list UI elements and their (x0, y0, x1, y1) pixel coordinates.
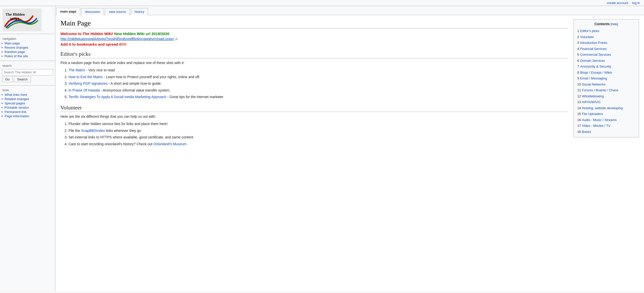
toc-hide-link[interactable]: [hide] (611, 22, 618, 26)
search-buttons: Go Search (2, 76, 53, 82)
volunteer-item-2-text2: links wherever they go (106, 129, 141, 133)
article-body: Main Page Welcome to The Hidden Wiki! Ne… (55, 19, 574, 152)
nav-list: Main page Recent changes Random page Rul… (0, 41, 55, 60)
toc-link-4[interactable]: 5Commercial Services (577, 53, 611, 56)
tab-view-source[interactable]: view source (105, 8, 130, 15)
exit-matrix-link[interactable]: How to Exit the Matrix (68, 75, 103, 79)
toc-link-1[interactable]: 2Volunteer (577, 35, 594, 39)
svg-text:The Hidden: The Hidden (6, 12, 25, 16)
toc-link-6[interactable]: 7Anonymity & Security (577, 65, 611, 68)
toc-link-9[interactable]: 10Social Networks (577, 82, 605, 86)
pgp-link[interactable]: Verifying PGP signatures (68, 81, 108, 85)
search-box: Go Search (0, 68, 55, 84)
toc-link-14[interactable]: 15File Uploaders (577, 112, 603, 116)
tool-page-information[interactable]: Page information (0, 114, 55, 118)
welcome-banner: Welcome to The Hidden Wiki! New Hidden W… (60, 32, 568, 36)
layout: The Hidden Wiki navigation Main page Rec… (0, 6, 644, 291)
toc-link-12[interactable]: 13H/P/A/W/V/C (577, 100, 601, 104)
list-item: File the SnapBBSIndex links wherever the… (68, 127, 568, 134)
hawala-link[interactable]: In Praise Of Hawala (68, 88, 100, 92)
list-item: The Matrix - Very nice to read. (68, 67, 568, 74)
toc-item: 3Introduction Points (577, 40, 635, 46)
terrific-desc: - Great tips for the internet marketer (167, 95, 224, 99)
toc-item: 15File Uploaders (577, 111, 635, 117)
search-button[interactable]: Search (14, 76, 31, 82)
article: Main Page Welcome to The Hidden Wiki! Ne… (55, 15, 644, 152)
search-section: search Go Search (0, 61, 55, 85)
list-item: Plunder other hidden service lists for l… (68, 121, 568, 127)
matrix-desc: - Very nice to read. (86, 68, 116, 72)
toc-item: 14Hosting, website developing (577, 105, 635, 111)
toc-link-8[interactable]: 9Email / Messaging (577, 76, 607, 80)
tabs-bar: main page discussion view source history (55, 6, 644, 15)
navigation-section: navigation Main page Recent changes Rand… (0, 34, 55, 61)
toc-link-13[interactable]: 14Hosting, website developing (577, 106, 623, 110)
pgp-desc: - A short and simple how-to guide. (109, 81, 162, 85)
site-logo: The Hidden Wiki (3, 9, 42, 31)
log-in-link[interactable]: log in (632, 1, 640, 5)
toc-item: 6Domain Services (577, 58, 635, 64)
toc-item: 16Audio - Music / Streams (577, 117, 635, 123)
toc-link-15[interactable]: 16Audio - Music / Streams (577, 118, 617, 122)
toc-item: 13H/P/A/W/V/C (577, 99, 635, 105)
toc-item: 12Whistleblowing (577, 93, 635, 99)
toc-item: 10Social Networks (577, 81, 635, 87)
toc-item: 8Blogs / Essays / Wikis (577, 70, 635, 76)
navigation-title: navigation (0, 36, 55, 41)
tab-main-page[interactable]: main page (56, 8, 80, 15)
volunteer-item-4-text: Care to start recording onionland's hist… (68, 142, 153, 146)
toc-link-5[interactable]: 6Domain Services (577, 59, 605, 63)
tool-permanent-link[interactable]: Permanent link (0, 110, 55, 114)
nav-item-main-page[interactable]: Main page (0, 41, 55, 45)
onionland-museum-link[interactable]: Onionland's Museum (153, 142, 186, 146)
volunteer-list: Plunder other hidden service lists for l… (68, 121, 568, 147)
external-link-icon: 🔗 (175, 38, 178, 41)
toc-link-17[interactable]: 18Books (577, 130, 591, 134)
hawala-desc: - Anonymous informal value transfer syst… (101, 88, 170, 92)
create-account-link[interactable]: create account (607, 1, 628, 5)
nav-item-recent-changes[interactable]: Recent changes (0, 45, 55, 50)
tool-special-pages[interactable]: Special pages (0, 101, 55, 105)
toc-link-11[interactable]: 12Whistleblowing (577, 94, 604, 98)
tool-printable-version[interactable]: Printable version (0, 105, 55, 110)
volunteer-heading: Volunteer (60, 104, 568, 112)
tool-related-changes[interactable]: Related changes (0, 97, 55, 101)
nav-item-random-page[interactable]: Random page (0, 50, 55, 54)
table-of-contents: Contents [hide] 1Editor's picks2Voluntee… (574, 19, 639, 137)
main-content: main page discussion view source history… (55, 6, 644, 291)
svg-text:Wiki: Wiki (10, 17, 19, 22)
toc-item: 4Financial Services (577, 46, 635, 52)
search-input[interactable] (2, 69, 53, 75)
toc-list: 1Editor's picks2Volunteer3Introduction P… (577, 28, 635, 135)
snapbbs-link[interactable]: SnapBBSIndex (81, 129, 105, 133)
list-item: Set external links to HTTPS where availa… (68, 134, 568, 141)
toc-link-2[interactable]: 3Introduction Points (577, 41, 607, 45)
toc-item: 7Anonymity & Security (577, 64, 635, 70)
toc-link-16[interactable]: 17Video - Movies / TV (577, 124, 610, 128)
go-button[interactable]: Go (2, 76, 13, 82)
tool-what-links-here[interactable]: What links here (0, 93, 55, 97)
toc-item: 5Commercial Services (577, 52, 635, 58)
matrix-link[interactable]: The Matrix (68, 68, 85, 72)
toc-item: 9Email / Messaging (577, 75, 635, 81)
toc-title: Contents [hide] (577, 22, 635, 26)
volunteer-item-2-text: File the (68, 129, 81, 133)
nav-item-rules[interactable]: Rules of the site (0, 54, 55, 58)
list-item: How to Exit the Matrix - Learn how to Pr… (68, 74, 568, 80)
tab-history[interactable]: history (131, 8, 148, 15)
editors-picks-heading: Editor's picks (60, 51, 568, 58)
toc-item: 17Video - Movies / TV (577, 123, 635, 129)
terrific-link[interactable]: Terrific Strategies To Apply A Social me… (68, 95, 166, 99)
toc-link-3[interactable]: 4Financial Services (577, 47, 607, 51)
toc-link-10[interactable]: 11Forums / Boards / Chans (577, 88, 618, 92)
tab-discussion[interactable]: discussion (81, 8, 104, 15)
toc-link-0[interactable]: 1Editor's picks (577, 29, 599, 33)
toc-item: 18Books (577, 129, 635, 135)
list-item: Care to start recording onionland's hist… (68, 141, 568, 148)
toc-link-7[interactable]: 8Blogs / Essays / Wikis (577, 71, 612, 74)
toc-item: 2Volunteer (577, 34, 635, 40)
logo-area: The Hidden Wiki (0, 6, 55, 34)
volunteer-desc: Here are the six different things that y… (60, 114, 568, 119)
list-item: Verifying PGP signatures - A short and s… (68, 80, 568, 87)
onion-url-link[interactable]: http://zqktlwiuavvvqqt4ybvgvi7tyo4hjl5xg… (60, 37, 174, 41)
